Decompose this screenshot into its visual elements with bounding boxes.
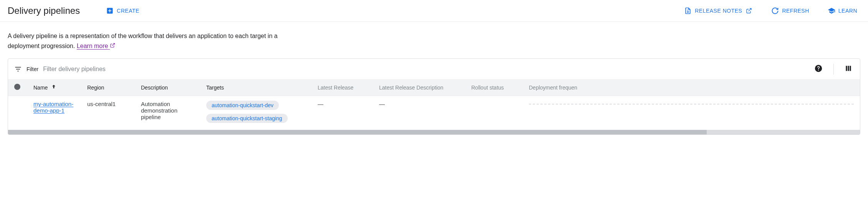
plus-box-icon: [106, 7, 114, 15]
divider: [833, 64, 834, 75]
cell-region: us-central1: [81, 96, 135, 130]
notes-icon: [684, 7, 692, 15]
create-button[interactable]: CREATE: [103, 5, 142, 17]
filter-input[interactable]: [43, 66, 808, 73]
status-dot-icon: [14, 84, 20, 90]
learn-more-label: Learn more: [77, 43, 108, 49]
graduation-cap-icon: [828, 7, 835, 15]
columns-icon: [845, 65, 852, 73]
column-status[interactable]: [8, 79, 27, 96]
pipeline-link[interactable]: my-automation-demo-app-1: [33, 101, 75, 114]
header-actions: RELEASE NOTES REFRESH LEARN: [681, 5, 860, 17]
table-row[interactable]: my-automation-demo-app-1 us-central1 Aut…: [8, 96, 860, 130]
svg-rect-4: [848, 66, 849, 71]
help-button[interactable]: [813, 63, 824, 75]
table-container: Filter Name: [8, 58, 860, 135]
description-block: A delivery pipeline is a representation …: [0, 22, 292, 58]
page-title: Delivery pipelines: [8, 5, 80, 16]
cell-targets: automation-quickstart-dev automation-qui…: [200, 96, 311, 130]
filter-right: [813, 63, 854, 75]
target-chip[interactable]: automation-quickstart-dev: [206, 101, 279, 110]
cell-deployment-frequency: [523, 96, 860, 130]
svg-rect-5: [850, 66, 851, 71]
svg-point-2: [818, 70, 819, 71]
filter-icon: [14, 65, 22, 73]
create-button-label: CREATE: [117, 8, 139, 14]
refresh-icon: [771, 7, 779, 15]
column-targets[interactable]: Targets: [200, 79, 311, 96]
pipelines-table: Name Region Description Targets Latest R…: [8, 79, 860, 130]
cell-status: [8, 96, 27, 130]
refresh-label: REFRESH: [782, 8, 809, 14]
column-deployment-frequency[interactable]: Deployment frequen: [523, 79, 860, 96]
columns-button[interactable]: [843, 63, 854, 75]
description-text: A delivery pipeline is a representation …: [8, 33, 278, 49]
column-description[interactable]: Description: [135, 79, 200, 96]
column-name[interactable]: Name: [27, 79, 81, 96]
cell-name: my-automation-demo-app-1: [27, 96, 81, 130]
page-header: Delivery pipelines CREATE RELEASE NOTES …: [0, 0, 868, 22]
horizontal-scrollbar[interactable]: [8, 130, 860, 134]
column-latest-release-description[interactable]: Latest Release Description: [373, 79, 465, 96]
help-icon: [814, 64, 823, 74]
cell-description: Automation demonstration pipeline: [135, 96, 200, 130]
learn-button[interactable]: LEARN: [825, 5, 860, 17]
column-latest-release[interactable]: Latest Release: [311, 79, 373, 96]
cell-latest-release-description: —: [373, 96, 465, 130]
cell-rollout-status: [465, 96, 523, 130]
learn-label: LEARN: [838, 8, 857, 14]
target-chip[interactable]: automation-quickstart-staging: [206, 114, 288, 123]
refresh-button[interactable]: REFRESH: [768, 5, 812, 17]
release-notes-label: RELEASE NOTES: [695, 8, 742, 14]
learn-more-link[interactable]: Learn more: [77, 43, 115, 49]
filter-bar: Filter: [8, 59, 860, 79]
svg-rect-3: [846, 66, 847, 71]
external-link-icon: [745, 7, 753, 15]
scrollbar-thumb[interactable]: [8, 130, 707, 134]
release-notes-button[interactable]: RELEASE NOTES: [681, 5, 756, 17]
external-link-icon: [110, 43, 115, 49]
column-name-label: Name: [33, 85, 48, 91]
arrow-up-icon: [51, 84, 57, 91]
column-rollout-status[interactable]: Rollout status: [465, 79, 523, 96]
column-region[interactable]: Region: [81, 79, 135, 96]
table-header-row: Name Region Description Targets Latest R…: [8, 79, 860, 96]
filter-label: Filter: [27, 66, 38, 72]
cell-latest-release: —: [311, 96, 373, 130]
